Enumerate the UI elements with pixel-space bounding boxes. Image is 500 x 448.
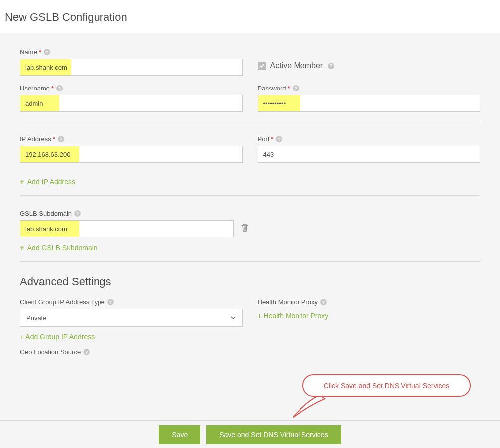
check-icon <box>259 63 265 69</box>
required-asterisk: * <box>271 135 273 143</box>
advanced-settings-title: Advanced Settings <box>20 275 480 288</box>
name-input[interactable] <box>20 59 243 76</box>
password-label-text: Password <box>258 85 286 92</box>
help-icon[interactable]: ? <box>58 136 64 142</box>
add-ip-address-link[interactable]: + Add IP Address <box>20 178 75 186</box>
name-label-text: Name <box>20 48 37 56</box>
footer-bar: Save Save and Set DNS Virtual Services <box>0 420 500 448</box>
required-asterisk: * <box>39 48 41 56</box>
help-icon[interactable]: ? <box>293 85 299 91</box>
client-group-value: Private <box>26 314 46 322</box>
save-and-set-dns-button[interactable]: Save and Set DNS Virtual Services <box>206 425 341 444</box>
add-gslb-subdomain-link[interactable]: + Add GSLB Subdomain <box>20 243 98 252</box>
plus-icon: + <box>20 178 24 186</box>
active-member-label: Active Member <box>270 61 323 70</box>
separator <box>20 195 480 196</box>
add-gslb-subdomain-text: Add GSLB Subdomain <box>27 244 98 252</box>
required-asterisk: * <box>288 85 290 92</box>
trash-icon[interactable] <box>241 223 249 234</box>
health-monitor-proxy-link[interactable]: + Health Monitor Proxy <box>258 312 329 320</box>
health-monitor-label: Health Monitor Proxy ? <box>258 298 481 306</box>
help-icon[interactable]: ? <box>74 210 81 217</box>
port-label: Port* ? <box>258 135 481 143</box>
help-icon[interactable]: ? <box>276 136 282 142</box>
add-ip-address-text: Add IP Address <box>27 178 75 186</box>
annotation-callout: Click Save and Set DNS Virtual Services <box>302 374 471 397</box>
separator <box>20 121 480 121</box>
name-label: Name* ? <box>20 48 243 56</box>
password-input[interactable] <box>258 95 481 112</box>
save-button[interactable]: Save <box>159 425 200 444</box>
ip-address-label: IP Address* ? <box>20 135 243 143</box>
client-group-select[interactable]: Private <box>20 309 243 327</box>
ip-address-label-text: IP Address <box>20 135 51 143</box>
help-icon[interactable]: ? <box>83 349 90 355</box>
username-input[interactable] <box>20 95 243 112</box>
chevron-down-icon <box>230 315 236 321</box>
active-member-checkbox[interactable] <box>258 62 266 70</box>
help-icon[interactable]: ? <box>107 299 114 305</box>
help-icon[interactable]: ? <box>44 49 50 55</box>
username-label: Username* ? <box>20 85 243 92</box>
username-label-text: Username <box>20 85 50 92</box>
geo-location-label: Geo Location Source ? <box>20 348 243 356</box>
ip-address-input[interactable] <box>20 146 243 163</box>
geo-location-label-text: Geo Location Source <box>20 348 81 356</box>
password-label: Password* ? <box>258 85 481 92</box>
page-title: New GSLB Configuration <box>0 0 500 33</box>
port-input[interactable] <box>258 146 481 163</box>
health-monitor-label-text: Health Monitor Proxy <box>258 298 318 306</box>
add-group-ip-link[interactable]: + Add Group IP Address <box>20 333 95 341</box>
gslb-subdomain-input[interactable] <box>20 220 234 237</box>
port-label-text: Port <box>258 135 270 143</box>
gslb-subdomain-label: GSLB Subdomain ? <box>20 210 480 217</box>
help-icon[interactable]: ? <box>320 299 327 305</box>
form-content: Name* ? Active Member ? Username* ? <box>0 33 500 372</box>
separator <box>20 261 480 262</box>
required-asterisk: * <box>53 135 55 143</box>
help-icon[interactable]: ? <box>328 63 334 69</box>
help-icon[interactable]: ? <box>56 85 63 91</box>
required-asterisk: * <box>51 85 54 92</box>
client-group-label: Client Group IP Address Type ? <box>20 298 243 306</box>
gslb-subdomain-label-text: GSLB Subdomain <box>20 210 72 217</box>
plus-icon: + <box>20 243 24 252</box>
client-group-label-text: Client Group IP Address Type <box>20 298 105 306</box>
